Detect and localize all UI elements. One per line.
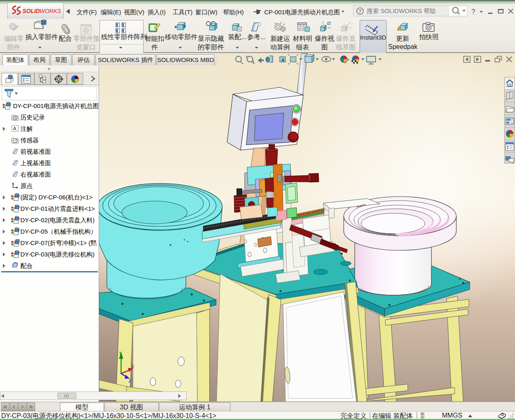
svg-text:?: ? [359, 9, 362, 13]
svg-text:!: ! [398, 27, 400, 31]
svg-text:A: A [281, 57, 285, 62]
svg-text:Z: Z [128, 378, 131, 383]
svg-text:Y: Y [119, 351, 122, 356]
svg-text:WORKS: WORKS [40, 8, 62, 14]
svg-text:SOLID: SOLID [22, 8, 40, 14]
svg-text:X: X [131, 364, 135, 369]
svg-text:A: A [13, 126, 16, 131]
